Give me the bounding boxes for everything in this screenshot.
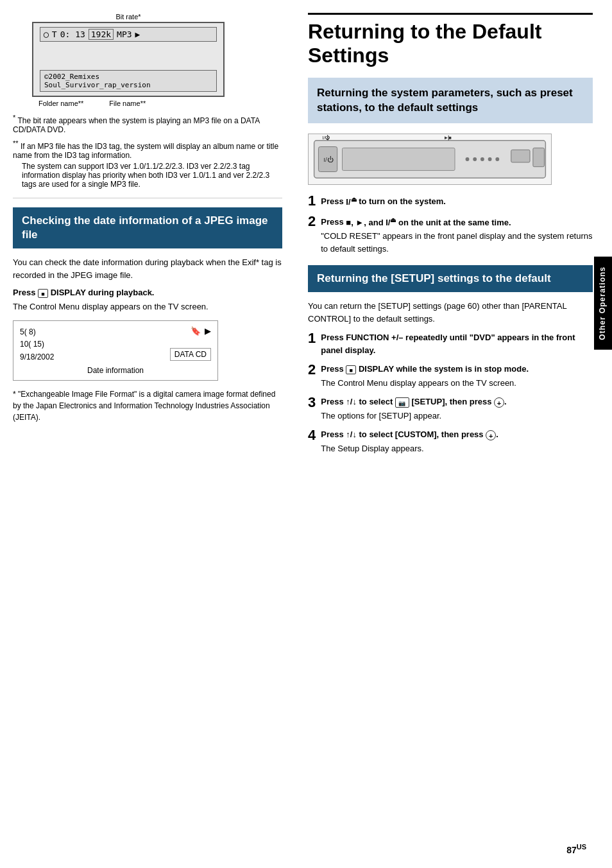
- file-name-text: Soul_Survivor_rap_version: [44, 81, 212, 89]
- note1: * The bit rate appears when the system i…: [13, 114, 282, 134]
- jpeg-footnote-text: "Exchangeable Image File Format" is a di…: [13, 390, 275, 422]
- play-arrow-icon: ▶: [205, 326, 211, 336]
- setup-step1-number: 1: [308, 331, 316, 345]
- svg-text:I/⏻: I/⏻: [323, 156, 333, 163]
- setup-step-1: 1 Press FUNCTION +/– repeatedly until "D…: [308, 331, 593, 356]
- step-1: 1 Press I/⏏ to turn on the system.: [308, 194, 593, 208]
- date-display-right: 🔖 ▶ DATA CD: [80, 326, 211, 363]
- mp3-format: MP3: [117, 30, 132, 39]
- svg-point-8: [495, 157, 499, 161]
- setup-step-3: 3 Press ↑/↓ to select 📷 [SETUP], then pr…: [308, 395, 593, 422]
- jpeg-footnote: * "Exchangeable Image File Format" is a …: [13, 388, 282, 423]
- date-display-inner: 5( 8) 10( 15) 9/18/2002 🔖 ▶ DATA CD: [20, 326, 211, 363]
- file-label: File name**: [109, 100, 146, 107]
- enter-circle-icon: +: [494, 397, 504, 408]
- bitrate-label: Bit rate*: [32, 13, 225, 21]
- mp3-screen-diagram: Bit rate* ◯ T 0: 13 192k MP3 ▶ ©2002_Rem…: [32, 13, 225, 97]
- sidebar-tab: Other Operations: [594, 257, 612, 350]
- svg-rect-9: [511, 150, 530, 163]
- step2-number: 2: [308, 214, 316, 229]
- jpeg-bold-label: Press ■ DISPLAY during playback.: [13, 288, 282, 298]
- setup-step3-number: 3: [308, 395, 316, 410]
- setup-step2-content: Press ■ DISPLAY while the system is in s…: [321, 363, 593, 389]
- note2-extra: The system can support ID3 ver 1.0/1.1/2…: [13, 162, 282, 189]
- svg-text:I/⏻: I/⏻: [322, 135, 330, 141]
- setup-step3-content: Press ↑/↓ to select 📷 [SETUP], then pres…: [321, 395, 593, 422]
- sidebar-label: Other Operations: [598, 266, 607, 340]
- setup-step2-main: Press ■ DISPLAY while the system is in s…: [321, 363, 593, 376]
- date-display-diagram: 5( 8) 10( 15) 9/18/2002 🔖 ▶ DATA CD Date…: [13, 320, 218, 381]
- folder-file-labels: Folder name** File name**: [38, 100, 282, 107]
- setup-section-box: Returning the [SETUP] settings to the de…: [308, 265, 593, 292]
- setup-step4-content: Press ↑/↓ to select [CUSTOM], then press…: [321, 428, 593, 455]
- note2-marker: **: [13, 139, 19, 147]
- mp3-folder-file: ©2002_Remixes Soul_Survivor_rap_version: [40, 70, 217, 92]
- page-suffix: US: [577, 843, 586, 851]
- setup-step-2: 2 Press ■ DISPLAY while the system is in…: [308, 363, 593, 389]
- jpeg-section-header: Checking the date information of a JPEG …: [13, 207, 282, 248]
- date-info-label: Date information: [20, 366, 211, 375]
- setup-step1-main: Press FUNCTION +/– repeatedly until "DVD…: [321, 331, 593, 356]
- mp3-play-icon: ▶: [135, 30, 140, 39]
- note2-text: If an MP3 file has the ID3 tag, the syst…: [13, 142, 278, 160]
- enter-circle-icon2: +: [486, 430, 496, 440]
- step1-content: Press I/⏏ to turn on the system.: [321, 194, 593, 208]
- main-heading: Returning to the Default Settings: [308, 13, 593, 67]
- svg-point-5: [473, 157, 477, 161]
- display-btn-icon: ■: [346, 365, 356, 374]
- svg-text:►■: ►■: [443, 135, 452, 141]
- setup-body: You can return the [SETUP] settings (pag…: [308, 300, 593, 325]
- setup-step-4: 4 Press ↑/↓ to select [CUSTOM], then pre…: [308, 428, 593, 455]
- page-num-text: 87: [566, 845, 577, 855]
- step1-number: 1: [308, 194, 316, 208]
- bookmark-icon: 🔖: [191, 326, 201, 336]
- date-line2: 10( 15): [20, 338, 54, 351]
- setup-step3-detail: The options for [SETUP] appear.: [321, 410, 593, 422]
- system-section-title: Returning the system parameters, such as…: [317, 87, 573, 114]
- jpeg-footnote-marker: *: [13, 390, 16, 399]
- folder-label: Folder name**: [38, 100, 83, 107]
- setup-step3-main: Press ↑/↓ to select 📷 [SETUP], then pres…: [321, 395, 593, 408]
- mp3-track: T: [52, 30, 57, 39]
- setup-step4-main: Press ↑/↓ to select [CUSTOM], then press…: [321, 428, 593, 441]
- device-svg: I/⏻ I/⏻ ►■: [309, 134, 551, 184]
- svg-rect-10: [533, 148, 545, 167]
- step2-content: Press ■, ►, and I/⏏ on the unit at the s…: [321, 214, 593, 255]
- left-column: Bit rate* ◯ T 0: 13 192k MP3 ▶ ©2002_Rem…: [0, 0, 295, 868]
- setup-step4-number: 4: [308, 428, 316, 442]
- date-line3: 9/18/2002: [20, 351, 54, 363]
- display-icon-inline: ■: [38, 289, 48, 298]
- mp3-time: 0: 13: [60, 30, 85, 39]
- setup-step2-detail: The Control Menu display appears on the …: [321, 377, 593, 390]
- date-lines: 5( 8) 10( 15) 9/18/2002: [20, 326, 54, 363]
- device-image: I/⏻ I/⏻ ►■: [308, 134, 552, 185]
- svg-rect-3: [343, 148, 455, 171]
- date-display-left: 5( 8) 10( 15) 9/18/2002: [20, 326, 54, 363]
- jpeg-section-title: Checking the date information of a JPEG …: [22, 214, 268, 241]
- setup-step2-number: 2: [308, 363, 316, 377]
- setup-step4-detail: The Setup Display appears.: [321, 442, 593, 455]
- right-column: Returning to the Default Settings Return…: [295, 0, 612, 868]
- setup-step1-content: Press FUNCTION +/– repeatedly until "DVD…: [321, 331, 593, 356]
- note2: ** If an MP3 file has the ID3 tag, the s…: [13, 139, 282, 189]
- system-section-box: Returning the system parameters, such as…: [308, 78, 593, 124]
- step2-detail: "COLD RESET" appears in the front panel …: [321, 230, 593, 255]
- setup-section-title: Returning the [SETUP] settings to the de…: [317, 272, 551, 284]
- svg-point-7: [488, 157, 492, 161]
- cd-icon: ◯: [44, 30, 49, 39]
- step2-main: Press ■, ►, and I/⏏ on the unit at the s…: [321, 214, 593, 229]
- svg-point-6: [480, 157, 484, 161]
- jpeg-body2: The Control Menu display appears on the …: [13, 300, 282, 313]
- date-line1: 5( 8): [20, 326, 54, 338]
- page-number: 87US: [566, 843, 586, 855]
- top-icons: 🔖 ▶: [191, 326, 211, 336]
- note1-text: The bit rate appears when the system is …: [13, 116, 260, 134]
- jpeg-body: You can check the date information durin…: [13, 256, 282, 281]
- step-2: 2 Press ■, ►, and I/⏏ on the unit at the…: [308, 214, 593, 255]
- mp3-screen-inner: ◯ T 0: 13 192k MP3 ▶ ©2002_Remixes Soul_…: [32, 22, 225, 97]
- mp3-bitrate-box: 192k: [89, 29, 114, 40]
- svg-point-4: [466, 157, 470, 161]
- note1-marker: *: [13, 114, 15, 121]
- data-cd-badge: DATA CD: [170, 348, 211, 361]
- setup-icon: 📷: [395, 397, 409, 408]
